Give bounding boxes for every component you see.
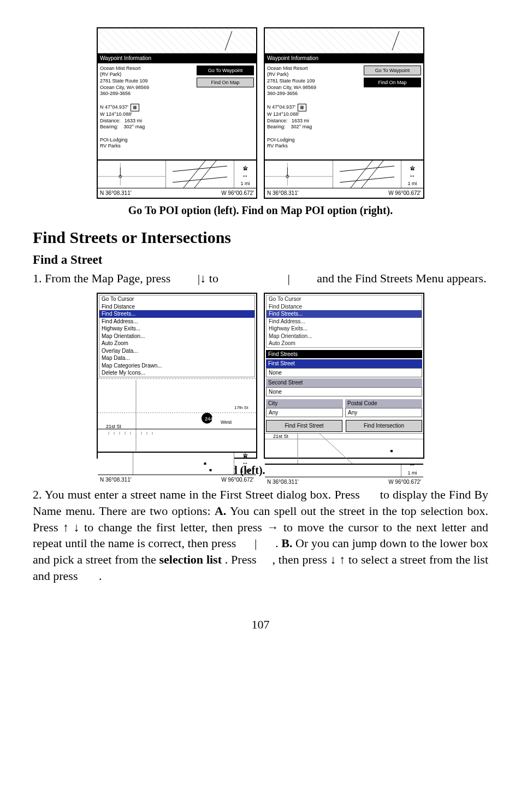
goto-waypoint-button[interactable]: Go To Waypoint — [197, 66, 254, 75]
p2-1: 2. You must enter a street name in the F… — [33, 488, 363, 501]
menu-item[interactable]: Find Distance — [267, 303, 422, 311]
zoom-indicator: 🛣 ↔ 1 mi — [401, 161, 423, 188]
menu-item[interactable]: Find Address... — [99, 318, 254, 325]
menu-item[interactable]: Map Data... — [99, 354, 254, 362]
coord-w: W 96°00.672' — [221, 476, 254, 484]
second-street-input[interactable]: None — [266, 387, 422, 397]
dist-value: 1633 mi — [125, 118, 142, 123]
zoom-value: 1 mi — [240, 180, 250, 187]
mini-map: 21st St — [265, 433, 423, 464]
menu-item[interactable]: Find Streets... — [267, 310, 422, 318]
menu-item[interactable]: Map Orientation... — [99, 333, 254, 340]
coord-w: W 96°00.672' — [388, 189, 421, 197]
menu-item[interactable]: Highway Exits... — [99, 325, 254, 333]
para1-c: | — [287, 271, 289, 285]
dist-label: Distance: — [267, 118, 288, 123]
menu-item[interactable]: Find Address... — [267, 318, 422, 325]
brg-value: 302° mag — [291, 124, 312, 129]
find-first-street-button[interactable]: Find First Street — [266, 420, 342, 432]
find-streets-menu-screen: Go To CursorFind DistanceFind Streets...… — [264, 293, 424, 459]
first-street-input[interactable]: None — [266, 368, 422, 378]
goto-waypoint-button[interactable]: Go To Waypoint — [364, 66, 421, 75]
waypoint-details: Ocean Mist Resort (RV Park) 2781 State R… — [265, 63, 362, 159]
paragraph-1: 1. From the Map Page, press |↓ to | and … — [33, 270, 488, 287]
find-intersection-button[interactable]: Find Intersection — [346, 420, 422, 432]
menu-item[interactable]: Overlay Data... — [99, 347, 254, 355]
waypoint-body: Ocean Mist Resort (RV Park) 2781 State R… — [98, 63, 256, 159]
svg-text:21st St: 21st St — [273, 434, 289, 439]
coord-n: N 36°08.311' — [100, 476, 132, 484]
poi-lon: W 124°10.088' — [267, 111, 359, 118]
menu-item[interactable]: Go To Cursor — [99, 295, 254, 303]
arrows-icon: ↔ — [409, 171, 416, 180]
poi-lon: W 124°10.088' — [100, 111, 192, 118]
second-street-label: Second Street — [266, 378, 422, 387]
map-menu-list[interactable]: Go To CursorFind DistanceFind Streets...… — [99, 295, 255, 377]
poi-lat: N 47°04.937' — [267, 104, 295, 110]
menu-item[interactable]: Go To Cursor — [267, 295, 422, 303]
poi-name: Ocean Mist Resort — [100, 66, 192, 72]
svg-line-13 — [362, 161, 383, 188]
svg-text:244: 244 — [205, 416, 213, 421]
arrows-icon: ↔ — [242, 171, 248, 180]
menu-item[interactable]: Delete My Icons... — [99, 369, 254, 377]
svg-rect-33 — [210, 469, 212, 471]
zoom-indicator: 🛣 ↔ 1 mi — [234, 453, 256, 475]
coord-w: W 96°00.672' — [388, 478, 421, 486]
menu-item[interactable]: Map Orientation... — [267, 333, 422, 340]
svg-line-15 — [340, 177, 394, 182]
poi-citystate: Ocean City, WA 98569 — [267, 85, 359, 91]
bottom-map-right — [333, 161, 401, 188]
bottom-map — [265, 465, 401, 477]
map-strip — [265, 28, 423, 54]
menu-item[interactable]: Highway Exits... — [267, 325, 422, 333]
poi-screen-left: Waypoint Information Ocean Mist Resort (… — [97, 27, 257, 199]
rv-icon: ▦ — [298, 104, 306, 111]
poi-cat2: RV Parks — [267, 143, 359, 150]
p2-9: selection list — [159, 553, 222, 566]
map-menu-list-partial: Go To CursorFind DistanceFind Streets...… — [266, 295, 422, 348]
figure-1-caption: Go To POI option (left). Find on Map POI… — [33, 203, 488, 218]
menu-item[interactable]: Map Categories Drawn... — [99, 362, 254, 370]
poi-phone: 360-289-3656 — [267, 91, 359, 97]
p2-7: B. — [281, 536, 292, 550]
section-heading: Find Streets or Intersections — [33, 227, 488, 249]
city-label: City — [266, 399, 343, 408]
find-buttons-row: Find First Street Find Intersection — [266, 420, 422, 432]
menu-item[interactable]: Auto Zoom — [267, 340, 422, 347]
find-on-map-button[interactable]: Find On Map — [364, 78, 421, 87]
postal-input[interactable]: Any — [345, 408, 422, 418]
figure-1-row: Waypoint Information Ocean Mist Resort (… — [33, 27, 488, 199]
svg-line-14 — [340, 166, 394, 171]
coord-bar: N 36°08.311' W 96°00.672' — [265, 188, 423, 198]
coord-w: W 96°00.672' — [221, 189, 254, 197]
bottom-map-left — [98, 161, 166, 188]
p2-6: . — [275, 536, 281, 550]
menu-item[interactable]: Find Distance — [99, 303, 254, 311]
svg-line-7 — [173, 177, 227, 182]
poi-type: (RV Park) — [267, 72, 359, 78]
dist-value: 1633 mi — [292, 118, 309, 123]
find-streets-title: Find Streets — [266, 350, 422, 359]
city-input[interactable]: Any — [266, 408, 343, 418]
subsection-heading: Find a Street — [33, 251, 488, 268]
waypoint-info-header: Waypoint Information — [98, 54, 256, 63]
page-number: 107 — [33, 617, 488, 633]
road-icon: 🛣 — [410, 165, 415, 171]
find-on-map-button[interactable]: Find On Map — [197, 78, 254, 87]
find-streets-panel: Find Streets First Street None Second St… — [265, 349, 423, 433]
svg-text:17th St: 17th St — [234, 405, 248, 410]
coord-bar: N 36°08.311' W 96°00.672' — [98, 475, 256, 485]
poi-lat: N 47°04.937' — [100, 104, 128, 110]
poi-type: (RV Park) — [100, 72, 192, 78]
waypoint-buttons: Go To Waypoint Find On Map — [194, 63, 256, 159]
svg-line-37 — [319, 434, 352, 464]
menu-item[interactable]: Auto Zoom — [99, 340, 254, 347]
svg-line-6 — [173, 166, 227, 171]
poi-street: 2781 State Route 109 — [100, 78, 192, 85]
menu-item[interactable]: Find Streets... — [99, 310, 254, 318]
svg-rect-38 — [390, 450, 393, 452]
zoom-indicator: 🛣 ↔ 1 mi — [234, 161, 256, 188]
rv-icon: ▦ — [131, 104, 139, 111]
coord-bar: N 36°08.311' W 96°00.672' — [98, 188, 256, 198]
